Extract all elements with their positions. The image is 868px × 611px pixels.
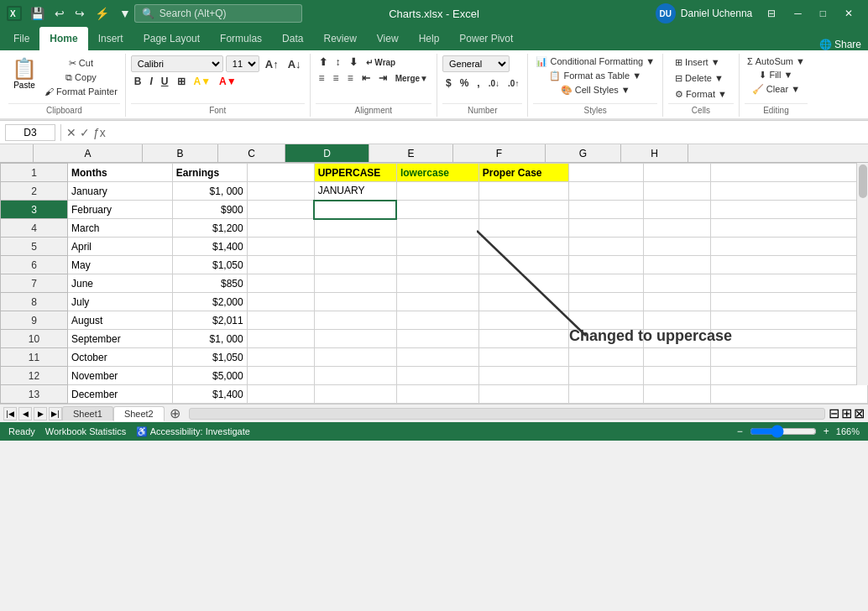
sheet-nav-first[interactable]: |◀ bbox=[3, 407, 17, 420]
percent-button[interactable]: % bbox=[457, 76, 473, 90]
col-header-g[interactable]: G bbox=[546, 144, 621, 162]
quick-access-more[interactable]: ▼ bbox=[116, 5, 134, 22]
cancel-formula-icon[interactable]: ✕ bbox=[66, 126, 76, 139]
decrease-decimal-button[interactable]: .0↓ bbox=[485, 76, 503, 90]
save-button[interactable]: 💾 bbox=[27, 5, 48, 22]
cell-b1[interactable]: Earnings bbox=[172, 164, 247, 182]
row-header-12[interactable]: 12 bbox=[1, 367, 68, 385]
cell-h6[interactable] bbox=[643, 256, 710, 274]
row-header-8[interactable]: 8 bbox=[1, 293, 68, 311]
cell-e9[interactable] bbox=[396, 311, 478, 330]
cell-g5[interactable] bbox=[568, 238, 643, 256]
align-center-button[interactable]: ≡ bbox=[330, 71, 342, 85]
align-bottom-button[interactable]: ⬇ bbox=[346, 55, 361, 69]
minimize-button[interactable]: ─ bbox=[786, 4, 810, 23]
cell-c2[interactable] bbox=[247, 182, 314, 201]
cell-c3[interactable] bbox=[247, 201, 314, 219]
cell-f9[interactable] bbox=[478, 311, 568, 330]
tab-insert[interactable]: Insert bbox=[88, 27, 133, 50]
cell-g3[interactable] bbox=[568, 201, 643, 219]
cell-h10[interactable] bbox=[643, 330, 710, 348]
zoom-in-button[interactable]: + bbox=[824, 426, 829, 437]
cell-e2[interactable] bbox=[396, 182, 478, 201]
cell-h2[interactable] bbox=[643, 182, 710, 201]
font-color-button[interactable]: A▼ bbox=[216, 75, 240, 88]
number-format-select[interactable]: General bbox=[442, 55, 510, 72]
cell-b10[interactable]: $1, 000 bbox=[172, 330, 247, 348]
bold-button[interactable]: B bbox=[131, 75, 145, 88]
share-button[interactable]: 🌐 Share bbox=[819, 39, 861, 50]
cell-d10[interactable] bbox=[314, 330, 396, 348]
cell-f4[interactable] bbox=[478, 219, 568, 238]
cell-c10[interactable] bbox=[247, 330, 314, 348]
cell-g6[interactable] bbox=[568, 256, 643, 274]
row-header-5[interactable]: 5 bbox=[1, 238, 68, 256]
accessibility-status[interactable]: ♿ Accessibility: Investigate bbox=[136, 426, 250, 437]
fill-color-button[interactable]: A▼ bbox=[191, 75, 215, 88]
cell-b5[interactable]: $1,400 bbox=[172, 238, 247, 256]
cell-d2[interactable]: JANUARY bbox=[314, 182, 396, 201]
align-left-button[interactable]: ≡ bbox=[316, 71, 328, 85]
format-cells-button[interactable]: ⚙ Format ▼ bbox=[668, 87, 734, 102]
cell-a1[interactable]: Months bbox=[68, 164, 173, 182]
cell-g12[interactable] bbox=[568, 367, 643, 385]
scrollbar-thumb-v[interactable] bbox=[859, 164, 867, 198]
autosum-button[interactable]: Σ AutoSum ▼ bbox=[745, 55, 808, 67]
increase-font-button[interactable]: A↑ bbox=[262, 57, 282, 71]
cell-a3[interactable]: February bbox=[68, 201, 173, 219]
tab-power-pivot[interactable]: Power Pivot bbox=[449, 27, 523, 50]
maximize-button[interactable]: □ bbox=[812, 4, 834, 23]
col-header-c[interactable]: C bbox=[218, 144, 285, 162]
cell-a13[interactable]: December bbox=[68, 385, 173, 404]
cell-a5[interactable]: April bbox=[68, 238, 173, 256]
cell-f3[interactable] bbox=[478, 201, 568, 219]
cell-a7[interactable]: June bbox=[68, 274, 173, 293]
cell-e7[interactable] bbox=[396, 274, 478, 293]
row-header-13[interactable]: 13 bbox=[1, 385, 68, 404]
fill-button[interactable]: ⬇ Fill ▼ bbox=[745, 69, 808, 81]
tab-review[interactable]: Review bbox=[313, 27, 366, 50]
cell-b4[interactable]: $1,200 bbox=[172, 219, 247, 238]
sheet-nav-prev[interactable]: ◀ bbox=[18, 407, 32, 420]
clear-button[interactable]: 🧹 Clear ▼ bbox=[745, 83, 808, 96]
cell-c4[interactable] bbox=[247, 219, 314, 238]
cell-e4[interactable] bbox=[396, 219, 478, 238]
cell-h13[interactable] bbox=[643, 385, 710, 404]
cell-g7[interactable] bbox=[568, 274, 643, 293]
row-header-7[interactable]: 7 bbox=[1, 274, 68, 293]
cell-h4[interactable] bbox=[643, 219, 710, 238]
cell-g8[interactable] bbox=[568, 293, 643, 311]
cell-a4[interactable]: March bbox=[68, 219, 173, 238]
align-middle-button[interactable]: ↕ bbox=[332, 55, 344, 69]
undo-button[interactable]: ↩ bbox=[51, 5, 68, 22]
font-family-select[interactable]: Calibri bbox=[131, 55, 223, 72]
cell-d12[interactable] bbox=[314, 367, 396, 385]
tab-file[interactable]: File bbox=[3, 27, 39, 50]
auto-save-button[interactable]: ⚡ bbox=[92, 5, 112, 22]
cell-b13[interactable]: $1,400 bbox=[172, 385, 247, 404]
cell-g13[interactable] bbox=[568, 385, 643, 404]
cell-h9[interactable] bbox=[643, 311, 710, 330]
tab-home[interactable]: Home bbox=[39, 27, 87, 50]
copy-button[interactable]: ⧉ Copy bbox=[42, 71, 120, 84]
view-pagebreak-icon[interactable]: ⊠ bbox=[854, 405, 865, 421]
vertical-scrollbar[interactable] bbox=[856, 163, 868, 385]
cell-d5[interactable] bbox=[314, 238, 396, 256]
cell-d3-selected[interactable] bbox=[314, 201, 396, 219]
cell-f5[interactable] bbox=[478, 238, 568, 256]
font-size-select[interactable]: 11 bbox=[226, 55, 259, 72]
cell-a2[interactable]: January bbox=[68, 182, 173, 201]
tab-help[interactable]: Help bbox=[409, 27, 450, 50]
search-box[interactable]: 🔍 bbox=[134, 4, 302, 23]
cell-a10[interactable]: September bbox=[68, 330, 173, 348]
ribbon-display-button[interactable]: ⊟ bbox=[759, 4, 784, 23]
wrap-text-button[interactable]: ↵ Wrap bbox=[363, 55, 400, 69]
horizontal-scrollbar[interactable] bbox=[189, 408, 825, 420]
insert-cells-button[interactable]: ⊞ Insert ▼ bbox=[668, 55, 734, 70]
row-header-4[interactable]: 4 bbox=[1, 219, 68, 238]
formula-input[interactable] bbox=[111, 126, 863, 139]
cell-e3[interactable] bbox=[396, 201, 478, 219]
cell-g1[interactable] bbox=[568, 164, 643, 182]
cell-b6[interactable]: $1,050 bbox=[172, 256, 247, 274]
cell-e13[interactable] bbox=[396, 385, 478, 404]
